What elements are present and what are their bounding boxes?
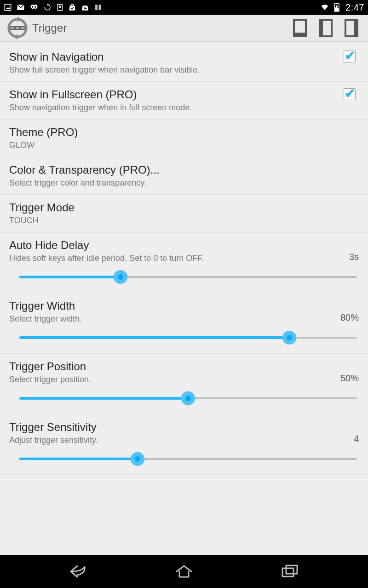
- setting-summary: Select trigger color and transparency.: [9, 178, 359, 188]
- back-button[interactable]: [51, 560, 106, 582]
- battery-icon: [334, 3, 340, 12]
- orientation-left-button[interactable]: [315, 17, 337, 39]
- setting-summary: Select trigger width.: [9, 314, 335, 324]
- page-title: Trigger: [32, 22, 67, 34]
- image-icon: [4, 3, 12, 11]
- slider-auto-hide[interactable]: [19, 271, 357, 283]
- slider-trigger-width[interactable]: [19, 332, 357, 343]
- navigation-bar: [0, 555, 368, 588]
- svg-rect-23: [11, 27, 14, 29]
- svg-rect-32: [282, 568, 293, 577]
- setting-value: 3s: [349, 252, 359, 263]
- setting-summary: GLOW: [9, 141, 359, 150]
- svg-marker-1: [6, 7, 11, 9]
- sync-icon: [43, 3, 52, 11]
- setting-summary: Select trigger position.: [9, 375, 335, 384]
- orientation-right-button[interactable]: [340, 17, 362, 39]
- setting-title: Theme (PRO): [9, 126, 359, 139]
- setting-title: Trigger Position: [9, 360, 335, 373]
- setting-value: 50%: [340, 373, 359, 384]
- wifi-icon: [320, 3, 330, 11]
- slider-trigger-sensitivity[interactable]: [19, 453, 357, 464]
- status-bar: 2:47: [0, 0, 368, 15]
- setting-summary: Hides soft keys after idle period. Set t…: [9, 254, 344, 263]
- setting-title: Auto Hide Delay: [9, 239, 344, 252]
- setting-show-in-fullscreen[interactable]: Show in Fullscreen (PRO) Show navigation…: [0, 82, 368, 119]
- setting-show-in-navigation[interactable]: Show in Navigation Show full screen trig…: [0, 44, 368, 82]
- setting-summary: TOUCH: [9, 216, 359, 226]
- svg-rect-24: [16, 27, 19, 29]
- setting-trigger-position: Trigger Position Select trigger position…: [0, 354, 368, 414]
- app-icon[interactable]: [6, 16, 29, 40]
- svg-rect-15: [100, 5, 101, 10]
- setting-theme[interactable]: Theme (PRO) GLOW: [0, 119, 368, 157]
- home-button[interactable]: [156, 560, 212, 582]
- setting-title: Show in Fullscreen (PRO): [9, 88, 340, 101]
- setting-summary: Show full screen trigger when navigation…: [9, 65, 340, 75]
- svg-rect-12: [96, 5, 97, 10]
- barcode-icon: [94, 3, 102, 11]
- svg-rect-31: [354, 20, 357, 36]
- svg-marker-9: [58, 6, 61, 8]
- svg-rect-13: [98, 5, 98, 10]
- setting-trigger-mode[interactable]: Trigger Mode TOUCH: [0, 195, 368, 232]
- gmail-icon: [17, 3, 25, 11]
- setting-title: Trigger Sensitivity: [9, 421, 348, 434]
- setting-value: 4: [354, 434, 359, 445]
- setting-auto-hide-delay: Auto Hide Delay Hides soft keys after id…: [0, 232, 368, 293]
- setting-trigger-sensitivity: Trigger Sensitivity Adjust trigger sensi…: [0, 414, 368, 475]
- slider-trigger-position[interactable]: [19, 393, 357, 404]
- svg-marker-7: [47, 4, 49, 6]
- orientation-bottom-button[interactable]: [289, 17, 311, 39]
- clock: 2:47: [345, 2, 364, 13]
- svg-rect-27: [294, 33, 306, 36]
- svg-marker-21: [14, 34, 17, 40]
- setting-title: Trigger Width: [9, 300, 335, 312]
- hangouts-icon: [29, 3, 39, 11]
- setting-title: Color & Transparency (PRO)...: [9, 164, 359, 176]
- settings-list: Show in Navigation Show full screen trig…: [0, 42, 368, 555]
- checkbox[interactable]: [344, 51, 356, 62]
- checkbox[interactable]: [344, 88, 356, 100]
- svg-rect-11: [95, 5, 96, 10]
- setting-summary: Adjust trigger sensitivity.: [9, 435, 348, 445]
- setting-title: Trigger Mode: [9, 201, 359, 214]
- setting-color-transparency[interactable]: Color & Transparency (PRO)... Select tri…: [0, 157, 368, 195]
- shopping-icon: [68, 3, 76, 11]
- svg-rect-25: [21, 27, 24, 29]
- svg-rect-5: [32, 6, 33, 8]
- setting-summary: Show navigation trigger when in full scr…: [9, 103, 340, 113]
- action-bar: Trigger: [0, 15, 368, 42]
- recent-apps-button[interactable]: [262, 560, 317, 582]
- svg-rect-33: [286, 565, 297, 574]
- download-icon: [56, 3, 63, 11]
- setting-title: Show in Navigation: [9, 51, 340, 63]
- svg-rect-29: [320, 20, 323, 36]
- svg-rect-14: [99, 5, 100, 10]
- svg-rect-0: [5, 4, 11, 11]
- svg-rect-17: [336, 3, 338, 4]
- setting-trigger-width: Trigger Width Select trigger width. 80%: [0, 293, 368, 354]
- svg-rect-6: [35, 6, 36, 8]
- play-icon: [81, 3, 89, 11]
- setting-value: 80%: [340, 312, 359, 324]
